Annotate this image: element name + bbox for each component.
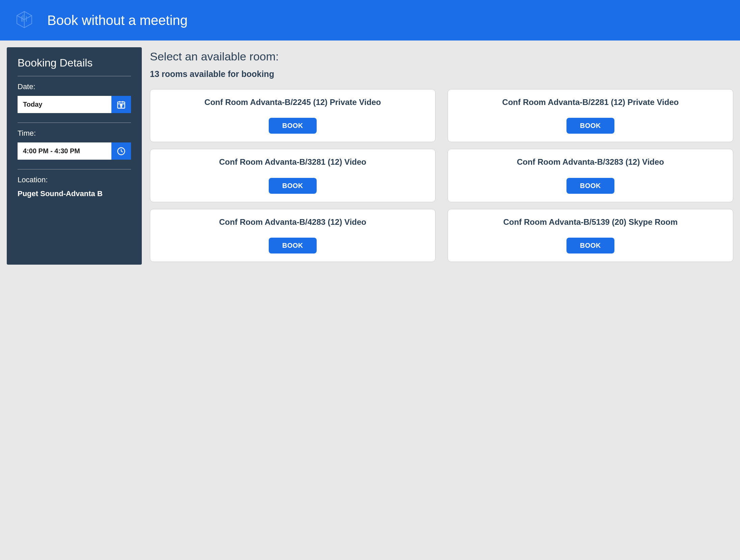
main-panel: Select an available room: 13 rooms avail… — [150, 47, 733, 265]
time-picker-button[interactable] — [111, 142, 131, 160]
svg-rect-4 — [121, 105, 122, 106]
room-card: Conf Room Advanta-B/4283 (12) VideoBOOK — [150, 209, 435, 262]
room-count-subheading: 13 rooms available for booking — [150, 69, 733, 79]
book-button[interactable]: BOOK — [269, 118, 317, 134]
divider — [18, 169, 131, 169]
book-button[interactable]: BOOK — [566, 238, 614, 254]
svg-line-8 — [121, 151, 123, 152]
room-name: Conf Room Advanta-B/4283 (12) Video — [219, 217, 366, 228]
room-card: Conf Room Advanta-B/3283 (12) VideoBOOK — [448, 149, 733, 202]
app-logo-icon — [12, 8, 36, 32]
location-value: Puget Sound-Advanta B — [18, 189, 131, 199]
room-name: Conf Room Advanta-B/3283 (12) Video — [517, 157, 664, 167]
room-card: Conf Room Advanta-B/5139 (20) Skype Room… — [448, 209, 733, 262]
calendar-icon — [116, 100, 126, 109]
time-input-group: 4:00 PM - 4:30 PM — [18, 142, 131, 160]
room-card: Conf Room Advanta-B/2281 (12) Private Vi… — [448, 89, 733, 142]
time-input[interactable]: 4:00 PM - 4:30 PM — [18, 142, 111, 160]
room-name: Conf Room Advanta-B/2281 (12) Private Vi… — [502, 97, 679, 108]
content: Booking Details Date: Today Time: 4:00 P… — [0, 41, 740, 271]
date-label: Date: — [18, 82, 131, 91]
date-picker-button[interactable] — [111, 96, 131, 113]
main-heading: Select an available room: — [150, 50, 733, 63]
room-name: Conf Room Advanta-B/3281 (12) Video — [219, 157, 366, 167]
room-grid: Conf Room Advanta-B/2245 (12) Private Vi… — [150, 89, 733, 262]
book-button[interactable]: BOOK — [269, 238, 317, 254]
divider — [18, 123, 131, 123]
book-button[interactable]: BOOK — [566, 118, 614, 134]
booking-details-sidebar: Booking Details Date: Today Time: 4:00 P… — [7, 47, 142, 265]
header: Book without a meeting — [0, 0, 740, 41]
room-card: Conf Room Advanta-B/3281 (12) VideoBOOK — [150, 149, 435, 202]
clock-icon — [116, 146, 126, 156]
book-button[interactable]: BOOK — [566, 178, 614, 194]
page-title: Book without a meeting — [47, 13, 188, 28]
date-input[interactable]: Today — [18, 96, 111, 113]
divider — [18, 76, 131, 76]
date-input-group: Today — [18, 96, 131, 113]
location-label: Location: — [18, 176, 131, 184]
room-card: Conf Room Advanta-B/2245 (12) Private Vi… — [150, 89, 435, 142]
time-label: Time: — [18, 129, 131, 138]
room-name: Conf Room Advanta-B/5139 (20) Skype Room — [503, 217, 678, 228]
room-name: Conf Room Advanta-B/2245 (12) Private Vi… — [205, 97, 381, 108]
sidebar-title: Booking Details — [18, 57, 131, 69]
book-button[interactable]: BOOK — [269, 178, 317, 194]
